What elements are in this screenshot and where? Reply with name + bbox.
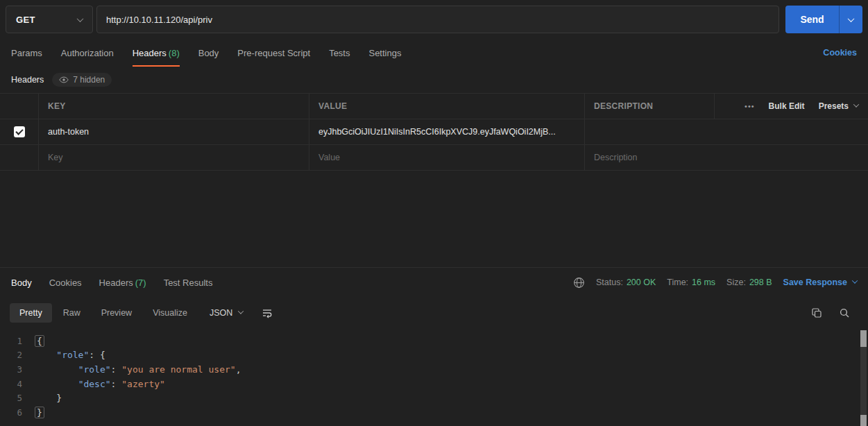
code-token	[35, 379, 78, 389]
eye-icon	[59, 75, 69, 85]
new-value-input[interactable]	[318, 153, 575, 162]
copy-icon	[811, 307, 822, 318]
hidden-headers-toggle[interactable]: 7 hidden	[52, 73, 112, 87]
code-token: {	[35, 335, 44, 347]
response-tab-headers[interactable]: Headers(7)	[99, 278, 146, 288]
table-controls: ••• Bulk Edit Presets	[715, 94, 868, 119]
code-token: :	[111, 364, 122, 375]
response-body-viewer[interactable]: 1{2 "role": {3 "role": "you are normal u…	[0, 329, 868, 426]
column-header-description: DESCRIPTION	[585, 94, 715, 119]
url-input[interactable]	[96, 6, 779, 33]
globe-icon[interactable]	[573, 277, 585, 289]
code-token: "azerty"	[121, 379, 165, 389]
header-key-text: auth-token	[48, 127, 89, 137]
header-key-cell[interactable]: auth-token	[39, 119, 309, 144]
tab-pre-request-script[interactable]: Pre-request Script	[237, 39, 310, 67]
response-time: Time: 16 ms	[667, 278, 715, 287]
tab-label: Cookies	[49, 278, 82, 288]
tab-label: Headers	[133, 48, 167, 58]
code-token	[35, 364, 78, 375]
method-label: GET	[16, 15, 35, 25]
search-response-button[interactable]	[839, 307, 850, 318]
new-row-select-cell	[0, 145, 39, 170]
tab-tests[interactable]: Tests	[329, 39, 350, 67]
chevron-down-icon	[77, 15, 84, 22]
tab-params[interactable]: Params	[11, 39, 42, 67]
response-tab-body[interactable]: Body	[11, 278, 32, 288]
column-header-key: KEY	[39, 94, 309, 119]
code-content: "role": "you are normal user",	[35, 364, 241, 375]
header-select-cell	[0, 94, 39, 119]
response-tabs: BodyCookiesHeaders(7)Test Results	[11, 278, 212, 288]
chevron-down-icon	[848, 15, 855, 22]
time-value: 16 ms	[692, 278, 715, 287]
response-tab-test-results[interactable]: Test Results	[164, 278, 213, 288]
tab-authorization[interactable]: Authorization	[61, 39, 114, 67]
line-number: 1	[0, 336, 35, 346]
bulk-edit-button[interactable]: Bulk Edit	[769, 101, 805, 111]
cookies-link[interactable]: Cookies	[823, 48, 857, 58]
line-number: 6	[0, 407, 35, 418]
response-toolbar-actions	[811, 307, 858, 318]
view-tab-visualize[interactable]: Visualize	[143, 303, 197, 323]
save-response-button[interactable]: Save Response	[783, 278, 857, 287]
tab-body[interactable]: Body	[198, 39, 219, 67]
line-number: 3	[0, 364, 35, 375]
response-tab-cookies[interactable]: Cookies	[49, 278, 82, 288]
chevron-down-icon	[238, 308, 244, 314]
response-header: BodyCookiesHeaders(7)Test Results Status…	[0, 268, 868, 297]
scrollbar-thumb[interactable]	[860, 330, 867, 347]
request-bar: GET Send	[0, 0, 868, 39]
tab-label: Authorization	[61, 48, 114, 58]
headers-meta-row: Headers 7 hidden	[0, 67, 868, 93]
row-checkbox[interactable]	[14, 126, 25, 137]
copy-response-button[interactable]	[811, 307, 822, 318]
response-status: Status: 200 OK	[596, 278, 656, 287]
code-content: }	[35, 393, 62, 403]
vertical-scrollbar[interactable]	[860, 330, 867, 426]
size-label: Size:	[726, 278, 746, 287]
code-token: "role"	[78, 364, 111, 375]
column-header-value: VALUE	[309, 94, 585, 119]
format-dropdown[interactable]: JSON	[203, 303, 250, 323]
header-description-cell[interactable]	[585, 119, 868, 144]
new-header-row	[0, 145, 868, 171]
request-tabs-bar: ParamsAuthorizationHeaders(8)BodyPre-req…	[0, 39, 868, 67]
presets-dropdown[interactable]: Presets	[819, 101, 858, 111]
save-response-label: Save Response	[783, 278, 847, 287]
view-tab-pretty[interactable]: Pretty	[10, 303, 52, 323]
code-content: {	[35, 336, 44, 346]
wrap-text-button[interactable]	[261, 307, 273, 319]
code-line: 4 "desc": "azerty"	[0, 377, 868, 391]
code-token	[35, 350, 56, 360]
code-line: 1{	[0, 334, 868, 348]
tab-count: (8)	[169, 48, 180, 58]
tab-settings[interactable]: Settings	[368, 39, 401, 67]
code-token: "role"	[56, 350, 89, 360]
response-view-toolbar: PrettyRawPreviewVisualize JSON	[0, 297, 868, 329]
send-button[interactable]: Send	[785, 6, 839, 33]
response-view-tabs: PrettyRawPreviewVisualize	[10, 303, 197, 323]
time-label: Time:	[667, 278, 688, 287]
header-value-text: eyJhbGciOiJIUzI1NiIsInR5cCI6IkpXVCJ9.eyJ…	[318, 127, 556, 137]
response-meta: Status: 200 OK Time: 16 ms Size: 298 B S…	[573, 277, 857, 289]
new-key-input[interactable]	[48, 153, 300, 162]
header-value-cell[interactable]: eyJhbGciOiJIUzI1NiIsInR5cCI6IkpXVCJ9.eyJ…	[309, 119, 585, 144]
status-value: 200 OK	[627, 278, 656, 287]
search-icon	[839, 307, 850, 318]
chevron-down-icon	[852, 278, 858, 283]
scrollbar-bottom-handle[interactable]	[860, 415, 867, 426]
wrap-text-icon	[261, 307, 273, 319]
tab-label: Settings	[368, 48, 401, 58]
view-tab-raw[interactable]: Raw	[53, 303, 90, 323]
more-options-icon[interactable]: •••	[744, 102, 755, 110]
code-token: {	[100, 350, 105, 360]
response-size: Size: 298 B	[726, 278, 772, 287]
method-dropdown[interactable]: GET	[6, 6, 93, 33]
new-description-input[interactable]	[594, 153, 859, 162]
send-options-button[interactable]	[839, 6, 862, 33]
view-tab-preview[interactable]: Preview	[92, 303, 142, 323]
code-line: 2 "role": {	[0, 348, 868, 363]
tab-label: Test Results	[164, 278, 213, 288]
tab-headers[interactable]: Headers(8)	[133, 39, 180, 67]
